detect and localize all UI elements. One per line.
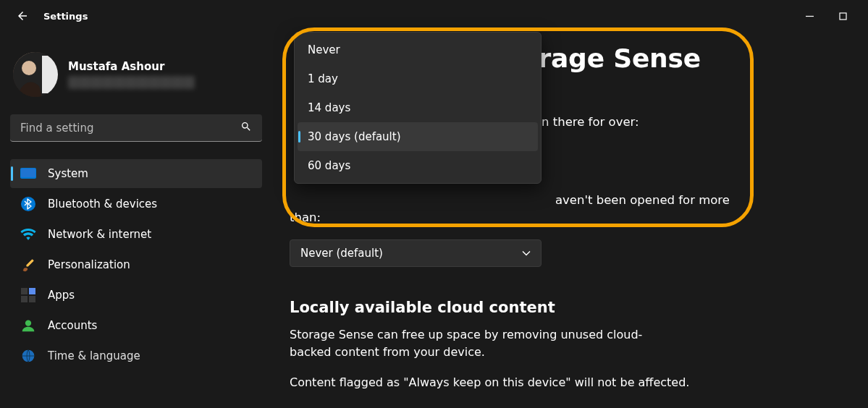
nav-label: Bluetooth & devices bbox=[48, 197, 157, 211]
nav-label: Apps bbox=[48, 289, 75, 302]
profile-name: Mustafa Ashour bbox=[68, 60, 195, 73]
svg-rect-6 bbox=[21, 169, 35, 177]
nav-bluetooth[interactable]: Bluetooth & devices bbox=[10, 190, 262, 218]
nav-network[interactable]: Network & internet bbox=[10, 220, 262, 249]
wifi-icon bbox=[20, 226, 36, 242]
search-container bbox=[10, 114, 262, 142]
nav-accounts[interactable]: Accounts bbox=[10, 311, 262, 340]
nav-list: System Bluetooth & devices Network & int… bbox=[10, 159, 262, 370]
svg-rect-9 bbox=[29, 288, 35, 294]
chevron-down-icon bbox=[522, 249, 531, 258]
dropdown-option-never[interactable]: Never bbox=[298, 35, 538, 64]
svg-rect-4 bbox=[42, 56, 58, 93]
nav-time-language[interactable]: Time & language bbox=[10, 341, 262, 370]
svg-point-12 bbox=[25, 320, 31, 326]
minimize-button[interactable] bbox=[793, 6, 826, 26]
cloud-section-body-1: Storage Sense can free up space by remov… bbox=[290, 326, 681, 361]
maximize-button[interactable] bbox=[826, 6, 859, 26]
svg-rect-10 bbox=[21, 296, 28, 302]
svg-rect-11 bbox=[29, 296, 35, 302]
dropdown-option-30days[interactable]: 30 days (default) bbox=[298, 122, 538, 151]
apps-icon bbox=[20, 287, 36, 303]
titlebar: Settings bbox=[0, 0, 868, 32]
nav-label: System bbox=[48, 167, 88, 180]
nav-personalization[interactable]: Personalization bbox=[10, 250, 262, 279]
system-icon bbox=[20, 166, 36, 182]
arrow-left-icon bbox=[16, 9, 29, 22]
svg-rect-8 bbox=[21, 288, 28, 294]
search-input[interactable] bbox=[10, 114, 262, 142]
dropdown-option-1day[interactable]: 1 day bbox=[298, 64, 538, 93]
dropdown-option-60days[interactable]: 60 days bbox=[298, 151, 538, 180]
globe-icon bbox=[20, 348, 36, 364]
back-button[interactable] bbox=[12, 5, 33, 27]
downloads-select[interactable]: Never (default) bbox=[290, 239, 542, 267]
svg-point-3 bbox=[22, 61, 36, 75]
app-title: Settings bbox=[43, 11, 88, 22]
nav-apps[interactable]: Apps bbox=[10, 281, 262, 310]
window-controls bbox=[793, 6, 859, 26]
profile-email-redacted bbox=[68, 76, 195, 89]
nav-label: Time & language bbox=[48, 349, 140, 362]
svg-rect-1 bbox=[840, 13, 846, 20]
nav-system[interactable]: System bbox=[10, 159, 262, 188]
dropdown-option-14days[interactable]: 14 days bbox=[298, 93, 538, 122]
sidebar: Mustafa Ashour System Bluetooth & device… bbox=[10, 45, 262, 370]
search-icon bbox=[240, 121, 252, 135]
nav-label: Accounts bbox=[48, 319, 97, 332]
recycle-dropdown-popup: Never 1 day 14 days 30 days (default) 60… bbox=[294, 32, 542, 184]
profile-block[interactable]: Mustafa Ashour bbox=[10, 45, 262, 107]
select-value: Never (default) bbox=[300, 247, 383, 260]
nav-label: Network & internet bbox=[48, 228, 151, 241]
downloads-text: Delete files in my Downloads folder if t… bbox=[290, 192, 753, 226]
cloud-section-heading: Locally available cloud content bbox=[290, 299, 753, 316]
bluetooth-icon bbox=[20, 196, 36, 212]
cloud-section-body-2: Content flagged as "Always keep on this … bbox=[290, 374, 753, 391]
brush-icon bbox=[20, 257, 36, 273]
nav-label: Personalization bbox=[48, 258, 130, 271]
avatar bbox=[13, 52, 58, 97]
person-icon bbox=[20, 318, 36, 333]
